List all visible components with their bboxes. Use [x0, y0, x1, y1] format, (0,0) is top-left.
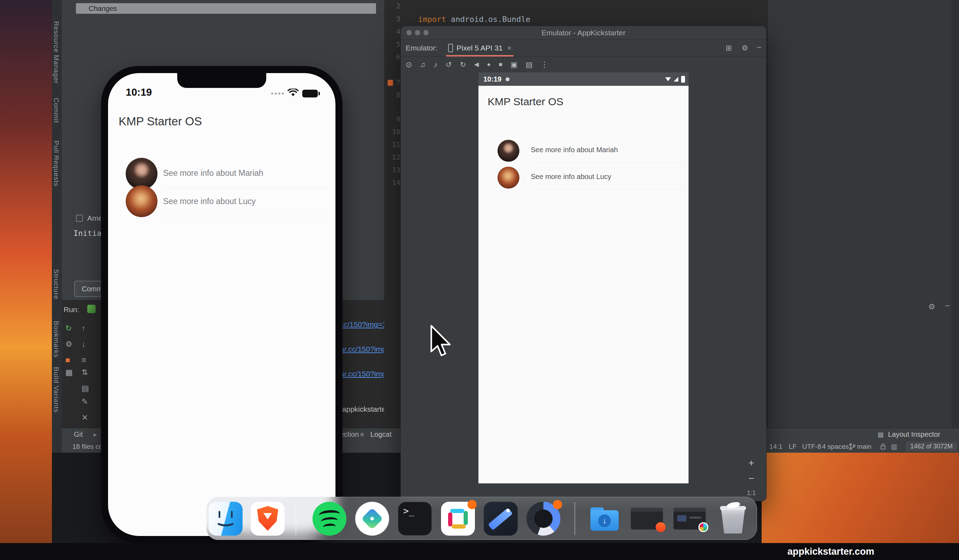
tab-close-icon[interactable]: ✕	[507, 45, 511, 52]
panel-minimize-icon[interactable]: −	[945, 302, 950, 310]
camera-icon[interactable]: ▣	[511, 60, 518, 69]
battery-icon	[681, 76, 685, 83]
android-studio-icon[interactable]	[355, 502, 389, 536]
dark-circle-app-icon[interactable]	[526, 502, 560, 536]
android-screen[interactable]: 10:19 KMP Starter OS See more info about…	[478, 72, 688, 484]
panel-toggle-icon[interactable]: ▥	[891, 440, 897, 453]
ios-app-title: KMP Starter OS	[119, 115, 202, 128]
overview-icon[interactable]: ■	[499, 61, 502, 68]
emulator-window: Emulator - AppKickstarter Emulator: Pixe…	[400, 26, 766, 501]
rotate-right-icon[interactable]: ↻	[460, 60, 466, 69]
print-icon[interactable]: ▤	[81, 385, 89, 392]
run-configuration-icon[interactable]	[87, 305, 96, 313]
caret-position[interactable]: 14:1	[769, 440, 782, 453]
line-number: 9	[384, 115, 400, 123]
iphone-status-time: 10:19	[126, 86, 152, 98]
tool-window-button-pull-requests[interactable]: Pull Requests	[52, 140, 60, 186]
list-item-label: See more info about Lucy	[531, 173, 611, 181]
tool-window-button-commit[interactable]: Commit	[52, 98, 60, 123]
list-item-label: See more info about Lucy	[163, 197, 256, 206]
ide-left-tool-stripe: Resource Manager Commit Pull Requests St…	[52, 0, 62, 453]
android-app-title: KMP Starter OS	[487, 96, 564, 108]
more-icon[interactable]: ⋮	[541, 60, 548, 69]
panel-gear-icon[interactable]: ⚙	[928, 303, 935, 311]
line-number: 11	[384, 140, 400, 149]
tool-window-button-resource-manager[interactable]: Resource Manager	[52, 21, 60, 84]
scroll-up-icon[interactable]: ↑	[81, 325, 86, 332]
changes-panel-header[interactable]: Changes	[76, 3, 376, 14]
mini-brave-badge-icon	[656, 522, 666, 532]
tool-window-button-build-variants[interactable]: Build Variants	[52, 367, 60, 413]
rerun-icon[interactable]: ↻	[65, 325, 72, 332]
dark-blue-app-icon[interactable]	[484, 502, 518, 536]
logcat-tab[interactable]: Logcat	[370, 428, 392, 441]
stop-icon[interactable]: ■	[65, 356, 70, 364]
traffic-light-zoom[interactable]	[423, 30, 429, 35]
line-number: 4	[384, 27, 400, 36]
brave-icon[interactable]	[251, 502, 285, 536]
watermark-text: appkickstarter.com	[787, 543, 874, 560]
traffic-light-minimize[interactable]	[415, 30, 420, 35]
grid-icon[interactable]: ▦	[65, 369, 73, 376]
encoding-indicator[interactable]: UTF-8	[802, 440, 821, 453]
run-label: Run:	[64, 305, 79, 314]
popout-window-icon[interactable]: ⊞	[726, 44, 732, 52]
terminal-icon[interactable]: >_	[398, 502, 432, 536]
power-icon[interactable]: ⊙	[406, 60, 412, 69]
signal-icon	[674, 77, 678, 81]
tool-window-button-bookmarks[interactable]: Bookmarks	[52, 321, 60, 358]
minimized-window-2[interactable]	[673, 508, 706, 530]
list-divider	[163, 188, 326, 189]
indent-indicator[interactable]: 4 spaces	[822, 440, 849, 453]
memory-indicator[interactable]: 1462 of 3072M	[906, 442, 957, 451]
expand-arrow-icon[interactable]: ▸	[94, 428, 97, 441]
tool-window-button-structure[interactable]: Structure	[52, 269, 60, 299]
finder-icon[interactable]	[209, 502, 242, 536]
settings-icon[interactable]: ⚙	[65, 340, 72, 348]
back-icon[interactable]: ◀	[474, 61, 479, 68]
screenshot-icon[interactable]: ▤	[526, 60, 533, 69]
amend-checkbox[interactable]	[76, 215, 83, 222]
dock-divider	[296, 502, 296, 535]
line-number: 2	[384, 2, 400, 10]
volume-up-icon[interactable]: ♫	[420, 60, 426, 69]
cellular-dots-icon	[271, 92, 284, 95]
emulator-minimize-icon[interactable]: −	[757, 43, 761, 52]
branch-name[interactable]: main	[857, 440, 871, 453]
clear-icon[interactable]: ✕	[81, 414, 88, 422]
line-number: 10	[384, 127, 400, 136]
zoom-in-button[interactable]: +	[744, 458, 758, 469]
lock-icon[interactable]	[880, 443, 886, 451]
line-separator-indicator[interactable]: LF	[789, 440, 797, 453]
emulator-gear-icon[interactable]: ⚙	[741, 44, 748, 52]
spotify-icon[interactable]	[312, 502, 346, 536]
avatar-mariah	[497, 140, 519, 162]
layout-inspector-tab[interactable]: Layout Inspector	[888, 428, 940, 441]
notification-badge	[553, 500, 562, 509]
line-number: 14	[384, 178, 400, 187]
home-icon[interactable]: ●	[487, 61, 491, 68]
iphone-notch	[177, 73, 266, 88]
wifi-icon	[287, 89, 299, 99]
device-tab[interactable]: Pixel 5 API 31 ✕	[446, 40, 514, 56]
scroll-to-end-icon[interactable]: ⇅	[81, 369, 88, 376]
rotate-left-icon[interactable]: ↺	[446, 60, 452, 69]
iphone-screen[interactable]: 10:19 KMP Starter OS See	[108, 73, 335, 536]
slack-icon[interactable]	[441, 502, 475, 536]
device-toolbar: ⊙ ♫ ♪ ↺ ↻ ◀ ● ■ ▣ ▤ ⋮	[401, 56, 766, 72]
git-toolwindow-tab[interactable]: Git	[74, 428, 83, 441]
code-line: import android.os.Bundle	[418, 15, 530, 24]
downloads-folder-icon[interactable]: ↓	[588, 502, 621, 536]
soft-wrap-icon[interactable]: ≡	[81, 356, 86, 364]
line-number: 13	[384, 165, 400, 174]
emulator-titlebar[interactable]: Emulator - AppKickstarter	[401, 26, 766, 40]
traffic-light-close[interactable]	[406, 30, 412, 35]
trash-icon[interactable]	[716, 502, 750, 536]
gutter-marker-icon[interactable]	[388, 80, 393, 86]
volume-down-icon[interactable]: ♪	[433, 60, 438, 69]
tab-fragment[interactable]: ection	[340, 428, 359, 441]
minimized-window-1[interactable]	[631, 508, 663, 530]
pin-icon[interactable]: ✎	[81, 398, 88, 406]
scroll-down-icon[interactable]: ↓	[81, 340, 86, 348]
zoom-out-button[interactable]: −	[744, 473, 758, 484]
